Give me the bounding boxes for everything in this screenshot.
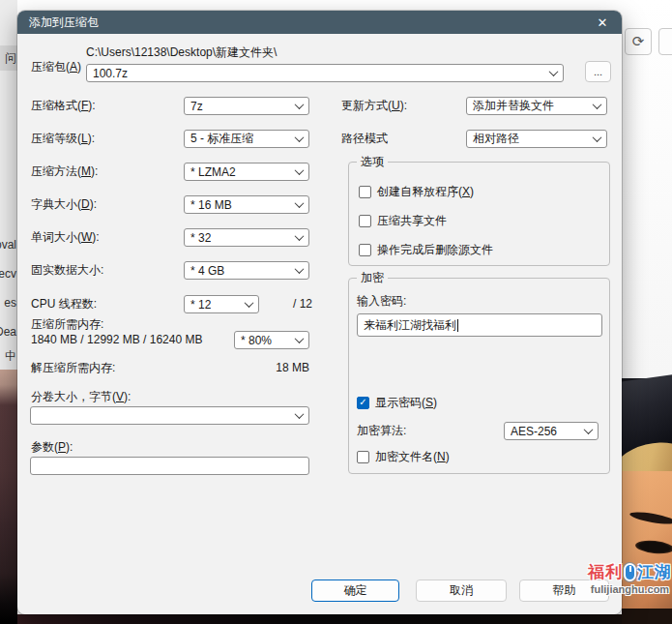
dialog-titlebar[interactable]: 添加到压缩包 ✕ [17, 11, 622, 34]
ellipsis-icon: ... [594, 66, 602, 77]
background-text-fragment: 问 [5, 50, 16, 67]
browse-button[interactable]: ... [585, 61, 611, 82]
cancel-button[interactable]: 取消 [416, 579, 507, 602]
encryption-method-label: 加密算法: [357, 422, 406, 440]
path-mode-label: 路径模式 [341, 130, 388, 148]
background-text-fragment: 中 [5, 348, 16, 365]
archive-dir-path: C:\Users\12138\Desktop\新建文件夹\ [86, 44, 277, 62]
show-password-checkbox-label: 显示密码(S) [375, 395, 437, 411]
clipped-toolbar-button[interactable] [658, 28, 672, 55]
method-value: * LZMA2 [190, 165, 236, 179]
encrypt-names-checkbox-row[interactable]: 加密文件名(N) [357, 449, 450, 464]
format-combobox[interactable]: 7z [184, 97, 309, 115]
word-size-combobox[interactable]: * 32 [184, 228, 309, 247]
password-label: 输入密码: [357, 292, 406, 311]
show-password-checkbox-row[interactable]: ✓ 显示密码(S) [357, 395, 437, 410]
archive-label: 压缩包(A) [31, 58, 81, 76]
update-mode-combobox[interactable]: 添加并替换文件 [466, 97, 607, 115]
word-size-label: 单词大小(W): [31, 228, 100, 247]
parameters-input[interactable] [30, 457, 309, 475]
volume-size-combobox[interactable] [30, 406, 309, 425]
solid-block-value: * 4 GB [190, 264, 224, 278]
shared-files-checkbox-label: 压缩共享文件 [377, 213, 447, 229]
chevron-down-icon [295, 334, 305, 343]
background-text-fragment: es [4, 296, 16, 310]
word-size-value: * 32 [190, 231, 211, 245]
refresh-icon: ⟳ [632, 33, 645, 50]
chevron-down-icon [593, 100, 602, 109]
sfx-checkbox-row[interactable]: 创建自释放程序(X) [359, 184, 474, 199]
archive-name-value: 100.7z [93, 67, 128, 80]
chevron-down-icon [584, 425, 594, 434]
dictionary-label: 字典大小(D): [31, 195, 97, 214]
dictionary-combobox[interactable]: * 16 MB [184, 195, 309, 214]
chevron-down-icon [549, 67, 559, 76]
encrypt-names-checkbox-label: 加密文件名(N) [375, 449, 450, 465]
password-input[interactable]: 来福利江湖找福利 [357, 313, 602, 337]
watermark-domain: fulijianghu.com [584, 583, 672, 595]
format-label: 压缩格式(F): [31, 97, 96, 115]
watermark-text-fuli: 福利 [588, 561, 623, 583]
checkbox-unchecked-icon[interactable] [359, 244, 371, 256]
update-mode-value: 添加并替换文件 [473, 98, 554, 114]
chevron-down-icon [295, 264, 305, 274]
cpu-threads-max: / 12 [293, 295, 312, 313]
solid-block-label: 固实数据大小: [31, 261, 103, 280]
parameters-label: 参数(P): [31, 438, 73, 457]
chevron-down-icon [295, 165, 305, 175]
memory-decompress-label: 解压缩所需内存: [31, 359, 115, 377]
close-icon: ✕ [598, 15, 608, 30]
background-artwork-bottom [17, 614, 622, 624]
memory-usage-combobox[interactable]: * 80% [234, 331, 309, 349]
mouse-icon [624, 563, 636, 581]
add-to-archive-dialog: 添加到压缩包 ✕ 压缩包(A) C:\Users\12138\Desktop\新… [17, 11, 622, 614]
background-artwork-left [0, 370, 17, 624]
chevron-down-icon [245, 298, 254, 308]
background-text-fragment: oval [0, 238, 16, 252]
checkbox-unchecked-icon[interactable] [359, 186, 371, 198]
method-combobox[interactable]: * LZMA2 [184, 163, 309, 181]
text-caret [457, 319, 458, 332]
close-button[interactable]: ✕ [587, 11, 618, 34]
background-text-fragment: ecv [0, 267, 16, 281]
cpu-threads-value: * 12 [190, 298, 211, 312]
cpu-threads-label: CPU 线程数: [31, 295, 97, 313]
checkbox-unchecked-icon[interactable] [359, 215, 371, 227]
shared-files-checkbox-row[interactable]: 压缩共享文件 [359, 213, 447, 228]
chevron-down-icon [295, 231, 305, 241]
background-window-left: 问 oval ecv es Dea 中 [0, 0, 17, 624]
delete-after-checkbox-label: 操作完成后删除源文件 [377, 242, 493, 258]
refresh-button[interactable]: ⟳ [625, 28, 652, 55]
options-groupbox: 选项 创建自释放程序(X) 压缩共享文件 操作完成后删除源文件 [348, 162, 610, 266]
chevron-down-icon [593, 133, 602, 142]
memory-usage-value: * 80% [241, 334, 272, 347]
site-watermark: 福利 江湖 fulijianghu.com [584, 561, 672, 595]
checkbox-checked-icon[interactable]: ✓ [357, 397, 369, 409]
sfx-checkbox-label: 创建自释放程序(X) [377, 184, 474, 200]
checkbox-unchecked-icon[interactable] [357, 451, 369, 463]
level-combobox[interactable]: 5 - 标准压缩 [184, 130, 309, 148]
delete-after-checkbox-row[interactable]: 操作完成后删除源文件 [359, 242, 493, 257]
format-value: 7z [190, 100, 203, 113]
solid-block-combobox[interactable]: * 4 GB [184, 261, 309, 280]
path-mode-combobox[interactable]: 相对路径 [466, 130, 607, 148]
update-mode-label: 更新方式(U): [341, 97, 407, 115]
archive-name-combobox[interactable]: 100.7z [86, 64, 564, 82]
encryption-method-value: AES-256 [511, 425, 557, 438]
dictionary-value: * 16 MB [190, 198, 232, 212]
level-label: 压缩等级(L): [31, 130, 95, 148]
background-window-right: ⟳ [622, 0, 672, 624]
check-icon: ✓ [359, 398, 366, 407]
chevron-down-icon [295, 409, 305, 419]
encryption-groupbox: 加密 输入密码: 来福利江湖找福利 ✓ 显示密码(S) 加密算法: AES-25… [348, 278, 610, 474]
encryption-method-combobox[interactable]: AES-256 [504, 422, 599, 440]
ok-button-label: 确定 [344, 582, 367, 599]
memory-decompress-value: 18 MB [249, 359, 309, 377]
chevron-down-icon [295, 100, 305, 109]
encryption-group-title: 加密 [357, 270, 388, 286]
level-value: 5 - 标准压缩 [190, 131, 253, 147]
artwork-shadow [622, 609, 672, 624]
cpu-threads-combobox[interactable]: * 12 [184, 295, 259, 313]
memory-compress-detail: 1840 MB / 12992 MB / 16240 MB [31, 331, 202, 349]
ok-button[interactable]: 确定 [311, 579, 399, 602]
